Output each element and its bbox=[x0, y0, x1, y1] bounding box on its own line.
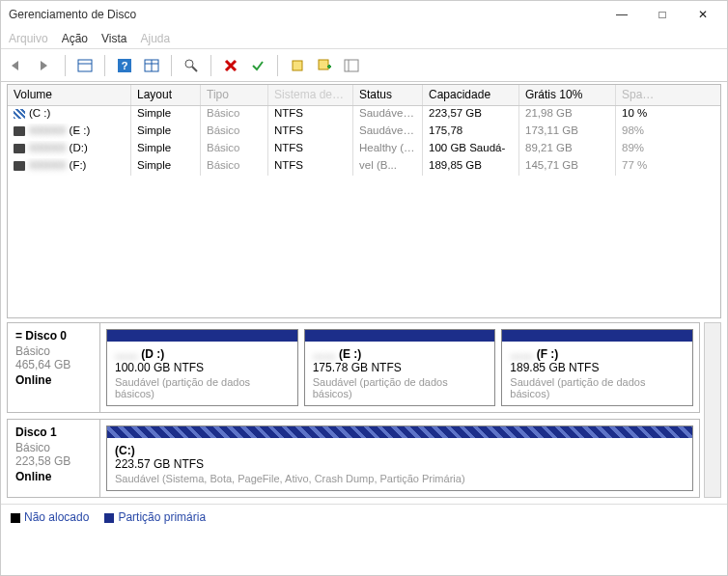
disk-name: Disco 1 bbox=[15, 425, 92, 439]
legend-primary: Partição primária bbox=[118, 510, 206, 524]
partition-label: (C:) bbox=[115, 444, 685, 457]
col-tipo[interactable]: Tipo bbox=[201, 85, 268, 105]
close-button[interactable]: ✕ bbox=[683, 2, 723, 27]
menu-ajuda[interactable]: Ajuda bbox=[141, 32, 171, 45]
partition[interactable]: …… (D :)100.00 GB NTFSSaudável (partição… bbox=[106, 329, 298, 406]
new-icon[interactable] bbox=[286, 54, 309, 77]
back-button[interactable] bbox=[7, 54, 30, 77]
new-plus-icon[interactable] bbox=[313, 54, 336, 77]
legend-unalloc-swatch bbox=[11, 513, 20, 523]
svg-line-8 bbox=[192, 67, 197, 71]
svg-rect-0 bbox=[78, 60, 92, 71]
minimize-button[interactable]: — bbox=[602, 2, 642, 27]
svg-rect-10 bbox=[319, 60, 328, 69]
menu-arquivo[interactable]: Arquivo bbox=[9, 32, 48, 45]
legend-primary-swatch bbox=[104, 513, 114, 523]
disk-name: = Disco 0 bbox=[15, 329, 92, 343]
partition-status: Saudável (partição de dados básicos) bbox=[115, 376, 290, 399]
menu-acao[interactable]: Ação bbox=[62, 32, 88, 45]
view-icon[interactable] bbox=[73, 54, 97, 77]
disk-side: = Disco 0Básico465,64 GBOnline bbox=[8, 323, 100, 412]
legend-unalloc: Não alocado bbox=[24, 510, 89, 524]
search-icon[interactable] bbox=[180, 54, 203, 77]
partition-status: Saudável (partição de dados básicos) bbox=[510, 376, 685, 399]
volume-header: Volume Layout Tipo Sistema de arquivo St… bbox=[8, 85, 720, 106]
properties-icon[interactable] bbox=[340, 54, 363, 77]
volume-row[interactable]: XXXXX (D:)SimpleBásicoNTFSHealthy (B...1… bbox=[8, 141, 720, 158]
col-cap[interactable]: Capacidade bbox=[423, 85, 519, 105]
disk-body: (C:)223.57 GB NTFSSaudável (Sistema, Bot… bbox=[100, 420, 699, 497]
disk-side: Disco 1Básico223,58 GBOnline bbox=[8, 420, 100, 497]
legend: Não alocado Partição primária bbox=[1, 504, 727, 530]
svg-text:?: ? bbox=[122, 60, 128, 71]
help-icon[interactable]: ? bbox=[113, 54, 136, 77]
menu-vista[interactable]: Vista bbox=[101, 32, 126, 45]
svg-rect-9 bbox=[293, 61, 302, 70]
col-free[interactable]: Grátis 10% bbox=[519, 85, 616, 105]
disk-type: Básico bbox=[15, 441, 92, 454]
window-title: Gerenciamento de Disco bbox=[9, 8, 602, 21]
volume-row[interactable]: XXXXX (F:)SimpleBásicoNTFSvel (B...189,8… bbox=[8, 158, 720, 176]
partition-status: Saudável (Sistema, Bota, PageFile, Ativo… bbox=[115, 473, 685, 484]
partition[interactable]: …… (E :)175.78 GB NTFSSaudável (partição… bbox=[304, 329, 496, 406]
svg-rect-11 bbox=[345, 60, 358, 71]
volume-row[interactable]: (C :)SimpleBásicoNTFSSaudável (S...223,5… bbox=[8, 106, 720, 123]
partition-stripe bbox=[107, 330, 297, 342]
partition-status: Saudável (partição de dados básicos) bbox=[313, 376, 488, 399]
disk-status: Online bbox=[15, 470, 92, 483]
col-pct[interactable]: Spaço Grátis bbox=[616, 85, 664, 105]
col-volume[interactable]: Volume bbox=[8, 85, 131, 105]
volume-row[interactable]: XXXXX (E :)SimpleBásicoNTFSSaudável (B..… bbox=[8, 123, 720, 141]
svg-point-7 bbox=[185, 60, 193, 68]
partition-size: 100.00 GB NTFS bbox=[115, 361, 290, 374]
partition-label: …… (F :) bbox=[510, 347, 685, 361]
volume-list[interactable]: Volume Layout Tipo Sistema de arquivo St… bbox=[7, 84, 721, 318]
disk-body: …… (D :)100.00 GB NTFSSaudável (partição… bbox=[100, 323, 699, 412]
disk-capacity: 465,64 GB bbox=[15, 358, 92, 371]
scrollbar[interactable] bbox=[704, 322, 721, 498]
partition-label: …… (D :) bbox=[115, 347, 290, 361]
col-layout[interactable]: Layout bbox=[131, 85, 201, 105]
partition-size: 189.85 GB NTFS bbox=[510, 361, 685, 374]
calendar-icon[interactable] bbox=[140, 54, 163, 77]
partition-stripe bbox=[107, 426, 692, 438]
disk-type: Básico bbox=[15, 344, 92, 358]
forward-button[interactable] bbox=[34, 54, 57, 77]
disk-group: Disco 1Básico223,58 GBOnline(C:)223.57 G… bbox=[7, 419, 700, 498]
partition-stripe bbox=[502, 330, 692, 342]
partition-stripe bbox=[305, 330, 495, 342]
col-status[interactable]: Status bbox=[353, 85, 423, 105]
maximize-button[interactable]: □ bbox=[642, 2, 683, 27]
partition[interactable]: …… (F :)189.85 GB NTFSSaudável (partição… bbox=[501, 329, 693, 406]
disk-group: = Disco 0Básico465,64 GBOnline…… (D :)10… bbox=[7, 322, 700, 413]
menu-bar: Arquivo Ação Vista Ajuda bbox=[1, 28, 727, 49]
partition-size: 223.57 GB NTFS bbox=[115, 457, 685, 471]
disk-status: Online bbox=[15, 373, 92, 387]
col-fs[interactable]: Sistema de arquivo bbox=[268, 85, 353, 105]
partition-size: 175.78 GB NTFS bbox=[313, 361, 488, 374]
partition-label: …… (E :) bbox=[313, 347, 488, 361]
delete-icon[interactable] bbox=[219, 54, 242, 77]
toolbar: ? bbox=[1, 49, 727, 82]
partition[interactable]: (C:)223.57 GB NTFSSaudável (Sistema, Bot… bbox=[106, 425, 693, 491]
check-icon[interactable] bbox=[246, 54, 269, 77]
disk-capacity: 223,58 GB bbox=[15, 454, 92, 468]
title-bar: Gerenciamento de Disco — □ ✕ bbox=[1, 1, 727, 28]
